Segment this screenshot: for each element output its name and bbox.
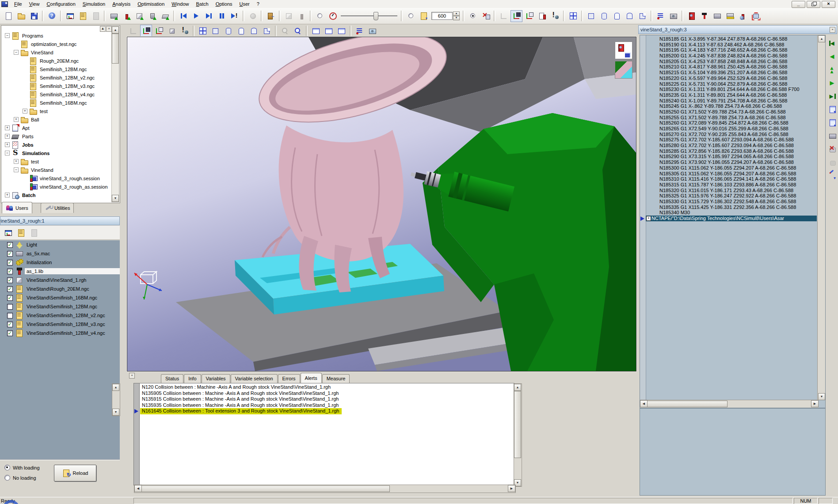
nc-machine-edit[interactable] xyxy=(827,130,838,142)
snapshot-camera[interactable] xyxy=(667,10,679,22)
tree-item[interactable]: vineStand_3_rough_as.session xyxy=(2,182,112,191)
session-item-checkbox[interactable]: ✓ xyxy=(7,277,13,283)
menu-user[interactable]: User xyxy=(236,0,253,8)
block-count-spin[interactable]: 600▲▼ xyxy=(431,11,460,20)
part-frame-2[interactable] xyxy=(153,25,165,37)
tree-item[interactable]: Rough_20EM.ngc xyxy=(2,57,112,65)
tree-item[interactable]: +Batch xyxy=(2,191,112,199)
tree-expander-plus[interactable]: + xyxy=(5,193,10,197)
view-box[interactable] xyxy=(585,10,597,22)
load-machine[interactable] xyxy=(108,10,120,22)
documentation-book[interactable] xyxy=(686,10,697,22)
menu-window[interactable]: Window xyxy=(168,0,192,8)
reload-button[interactable]: Reload xyxy=(54,465,96,481)
tree-item[interactable]: −Programs xyxy=(2,31,112,40)
session-item-checkbox[interactable]: ✓ xyxy=(7,242,13,248)
view-cylinder-2[interactable] xyxy=(611,10,623,22)
view-corner[interactable] xyxy=(636,10,648,22)
session-item-checkbox[interactable]: ✓ xyxy=(7,286,13,292)
load-stock[interactable] xyxy=(133,10,145,22)
nc-code-line[interactable]: N185255 G1 X71.502 Y-89.788 Z54.73 A-68.… xyxy=(646,115,817,121)
loading-radio-selected[interactable] xyxy=(4,465,10,470)
table-view-3[interactable] xyxy=(335,25,347,37)
alerts-vscrollbar[interactable]: ▲ ▼ xyxy=(514,383,522,487)
machine-manager[interactable] xyxy=(711,10,723,22)
nc-code-line[interactable]: N185195 G1 X-4.183 Y-87.716 Z48.652 A-68… xyxy=(646,47,817,53)
tree-scroll-down[interactable]: ▼ xyxy=(112,195,119,202)
menu-optimisation[interactable]: Optimisation xyxy=(134,0,168,8)
window-close-button[interactable]: × xyxy=(822,1,835,8)
nc-code-line[interactable]: N185290 G1 X73.315 Y-185.997 Z294.065 A-… xyxy=(646,154,817,159)
tree-item[interactable]: +Parts xyxy=(2,132,112,140)
session-item-checkbox[interactable]: ✓ xyxy=(7,322,13,327)
nc-load-down[interactable] xyxy=(827,103,838,115)
menu-analysis[interactable]: Analysis xyxy=(109,0,134,8)
stock-view[interactable] xyxy=(166,25,178,37)
nc-code-line[interactable]: N185300 G1 X115.062 Y-186.055 Z294.207 A… xyxy=(646,165,817,171)
tree-item[interactable]: optimization_test.ngc xyxy=(2,40,112,48)
window-minimize-button[interactable]: _ xyxy=(792,1,805,8)
block-count-spin-down[interactable]: ▼ xyxy=(453,16,460,20)
nc-code-line[interactable]: N185275 G1 X72.702 Y-185.607 Z293.094 A-… xyxy=(646,137,817,143)
menu-[interactable]: ? xyxy=(253,0,263,8)
menu-batch[interactable]: Batch xyxy=(192,0,212,8)
session-scrollbar[interactable]: ▲ ▼ xyxy=(112,383,120,416)
toolpath-display[interactable] xyxy=(655,10,667,22)
nc-code-line[interactable]: N185250 G1 X71.502 Y-89.788 Z54.73 A-68.… xyxy=(646,109,817,115)
nc-code-line[interactable]: N185205 G1 X-4.253 Y-87.858 Z48.848 A-68… xyxy=(646,59,817,64)
delete-limit[interactable] xyxy=(480,10,491,22)
nc-code-line[interactable]: N185200 G1 X-4.245 Y-87.838 Z48.824 A-68… xyxy=(646,53,817,59)
nc-scroll-left[interactable]: ◀ xyxy=(640,400,648,407)
tree-item[interactable]: −VineStand xyxy=(2,48,112,57)
play-simulation[interactable] xyxy=(190,10,202,22)
session-item[interactable]: ✓Light xyxy=(0,240,120,249)
message-panel-close-button[interactable]: × xyxy=(129,373,135,379)
session-item-checkbox[interactable]: ✓ xyxy=(7,295,13,301)
speed-mode-radio[interactable] xyxy=(314,10,326,22)
zoom-window[interactable] xyxy=(292,25,304,37)
save-file[interactable] xyxy=(28,10,40,22)
nc-code-line[interactable]: N185245 G1 X-.862 Y-89.788 Z54.73 A-68.2… xyxy=(646,103,817,109)
tree-expander-minus[interactable]: − xyxy=(14,50,19,55)
menu-simulation[interactable]: Simulation xyxy=(79,0,109,8)
tree-item[interactable]: +test xyxy=(2,107,112,115)
layout-grid-2[interactable] xyxy=(197,25,209,37)
session-item[interactable]: ✓VineStand\VineStand_1.rgh xyxy=(0,276,120,284)
tree-item[interactable]: Semifinish_12BM_v4.ngc xyxy=(2,90,112,99)
load-part[interactable] xyxy=(159,10,171,22)
nc-code-line[interactable]: N185185 G1 X-3.895 Y-87.364 Z47.878 A-68… xyxy=(646,36,817,42)
session-item[interactable]: ✓VineStand\Semifinish_12BM_v4.ngc xyxy=(0,329,120,337)
tree-expander-plus[interactable]: + xyxy=(5,142,10,147)
menu-view[interactable]: View xyxy=(26,0,43,8)
nc-code-line[interactable]: N185240 G1 X-1.091 Y-89.791 Z54.708 A-68… xyxy=(646,98,817,104)
tree-expander-minus[interactable]: − xyxy=(5,33,10,38)
menu-configuration[interactable]: Configuration xyxy=(43,0,79,8)
nc-code-vscrollbar[interactable]: ▲ ▼ xyxy=(817,35,825,400)
nc-code-line[interactable]: N185235 G1 X-1.311 Y-89.801 Z54.644 A-68… xyxy=(646,92,817,98)
nc-code-close-button[interactable]: × xyxy=(830,27,835,33)
full-screen[interactable] xyxy=(750,10,762,22)
loading-radio[interactable] xyxy=(4,475,10,481)
alerts-hscrollbar[interactable]: ◀ ▶ xyxy=(134,485,516,493)
tree-item[interactable]: +Ball xyxy=(2,115,112,124)
session-document[interactable] xyxy=(15,227,27,239)
tree-item[interactable]: Semifinish_12BM_v3.ngc xyxy=(2,82,112,90)
nc-code-line[interactable]: N185265 G1 X72.549 Y-90.016 Z55.299 A-68… xyxy=(646,126,817,132)
tree-item[interactable]: vineStand_3_rough.session xyxy=(2,174,112,182)
nc-go-end[interactable] xyxy=(827,90,838,102)
nc-edit-down[interactable] xyxy=(827,170,838,182)
tree-item[interactable]: −Simulations xyxy=(2,149,112,157)
session-viewport[interactable] xyxy=(2,227,14,239)
session-item[interactable]: ✓as_5x.mac xyxy=(0,249,120,258)
nc-load-up[interactable] xyxy=(827,117,838,129)
tool-inspector[interactable] xyxy=(737,10,749,22)
nc-code-line[interactable]: N185335 G1 X115.425 Y-186.331 Z292.356 A… xyxy=(646,205,817,210)
message-tab-info[interactable]: Info xyxy=(184,374,201,383)
tree-item[interactable]: Semifinish_12BM_v2.ngc xyxy=(2,73,112,82)
nc-code-line[interactable]: N185270 G1 X72.702 Y-90.235 Z55.843 A-68… xyxy=(646,132,817,137)
alert-row[interactable]: N120 Collision between : Machine -Axis A… xyxy=(140,384,513,390)
alerts-scroll-right[interactable]: ▶ xyxy=(508,485,515,492)
tree-item[interactable]: Semifinish_12BM.ngc xyxy=(2,65,112,73)
speed-clock[interactable] xyxy=(327,10,339,22)
tree-item[interactable]: +test xyxy=(2,157,112,166)
